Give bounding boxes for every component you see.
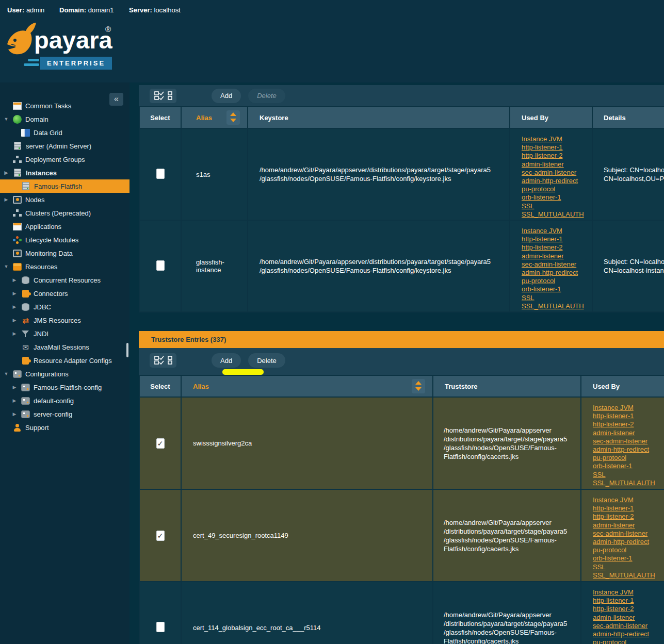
sidebar-item-jndi[interactable]: ▶JNDI <box>0 327 129 340</box>
used-by-link[interactable]: orb-listener-1 <box>593 554 664 563</box>
row-checkbox[interactable] <box>156 622 165 632</box>
sidebar-item-lifecycle-modules[interactable]: Lifecycle Modules <box>0 233 129 246</box>
sidebar-item-nodes[interactable]: ▶Nodes <box>0 193 129 206</box>
expander-right-icon[interactable]: ▶ <box>11 331 18 336</box>
used-by-link[interactable]: pu-protocol <box>522 277 592 285</box>
used-by-link[interactable]: Instance JVM <box>593 496 664 504</box>
sidebar-item-default-config[interactable]: ▶default-config <box>0 394 129 407</box>
sidebar-item-domain[interactable]: ▼Domain <box>0 112 129 126</box>
row-checkbox[interactable] <box>156 169 165 179</box>
used-by-link[interactable]: admin-http-redirect <box>522 177 592 185</box>
sidebar-item-resources[interactable]: ▼Resources <box>0 260 129 273</box>
used-by-link[interactable]: SSL <box>593 563 664 571</box>
used-by-link[interactable]: admin-listener <box>522 252 592 260</box>
used-by-link[interactable]: Instance JVM <box>522 135 592 143</box>
used-by-link[interactable]: orb-listener-1 <box>522 285 592 293</box>
sidebar-item-jms-resources[interactable]: ▶⇄JMS Resources <box>0 313 129 327</box>
used-by-link[interactable]: admin-listener <box>593 521 664 530</box>
expander-right-icon[interactable]: ▶ <box>11 304 18 309</box>
sidebar-item-famous-flatfish[interactable]: Famous-Flatfish <box>0 179 129 193</box>
used-by-link[interactable]: sec-admin-listener <box>522 260 592 269</box>
used-by-link[interactable]: Instance JVM <box>593 404 664 412</box>
sidebar-item-data-grid[interactable]: Data Grid <box>0 126 129 139</box>
sidebar-item-server[interactable]: server (Admin Server) <box>0 139 129 153</box>
used-by-link[interactable]: sec-admin-listener <box>522 169 592 177</box>
used-by-link[interactable]: http-listener-1 <box>522 235 592 243</box>
sidebar-scrollbar[interactable] <box>126 343 128 357</box>
used-by-link[interactable]: admin-listener <box>593 614 664 622</box>
used-by-link[interactable]: SSL <box>522 294 592 302</box>
used-by-link[interactable]: orb-listener-1 <box>522 193 592 202</box>
expander-right-icon[interactable]: ▶ <box>11 277 18 283</box>
used-by-link[interactable]: sec-admin-listener <box>593 530 664 538</box>
select-all-icon[interactable] <box>154 356 164 365</box>
used-by-link[interactable]: pu-protocol <box>593 546 664 554</box>
expander-right-icon[interactable]: ▶ <box>11 398 18 403</box>
expander-down-icon[interactable]: ▼ <box>3 117 9 122</box>
sidebar-item-applications[interactable]: Applications <box>0 220 129 233</box>
used-by-link[interactable]: http-listener-1 <box>593 597 664 605</box>
used-by-link[interactable]: SSL_MUTUALAUTH <box>593 571 664 580</box>
sidebar-item-javamail-sessions[interactable]: ✉JavaMail Sessions <box>0 340 129 354</box>
truststore-delete-button[interactable]: Delete <box>248 353 285 368</box>
expander-down-icon[interactable]: ▼ <box>3 371 9 376</box>
used-by-link[interactable]: http-listener-2 <box>522 243 592 252</box>
row-checkbox[interactable] <box>156 260 165 271</box>
sort-alias-button[interactable] <box>412 379 425 393</box>
used-by-link[interactable]: admin-listener <box>522 160 592 169</box>
used-by-link[interactable]: admin-listener <box>593 429 664 437</box>
used-by-link[interactable]: http-listener-1 <box>593 504 664 513</box>
used-by-link[interactable]: admin-http-redirect <box>593 445 664 454</box>
used-by-link[interactable]: sec-admin-listener <box>593 622 664 630</box>
used-by-link[interactable]: sec-admin-listener <box>593 437 664 445</box>
sidebar-item-configurations[interactable]: ▼Configurations <box>0 367 129 381</box>
sidebar-item-support[interactable]: Support <box>0 421 129 434</box>
used-by-link[interactable]: admin-http-redirect <box>593 538 664 546</box>
select-toggle-buttons[interactable] <box>150 89 176 103</box>
deselect-all-icon[interactable] <box>168 356 172 365</box>
sort-alias-button[interactable] <box>226 110 240 125</box>
expander-right-icon[interactable]: ▶ <box>11 385 18 390</box>
used-by-link[interactable]: http-listener-1 <box>593 412 664 420</box>
expander-right-icon[interactable]: ▶ <box>3 197 9 202</box>
sidebar-item-connectors[interactable]: ▶Connectors <box>0 287 129 300</box>
used-by-link[interactable]: orb-listener-1 <box>593 462 664 470</box>
used-by-link[interactable]: pu-protocol <box>593 454 664 462</box>
sidebar-item-resource-adapter-configs[interactable]: Resource Adapter Configs <box>0 354 129 367</box>
keystore-delete-button[interactable]: Delete <box>248 89 285 103</box>
sidebar-item-famous-flatfish-config[interactable]: ▶Famous-Flatfish-config <box>0 381 129 394</box>
row-checkbox-checked[interactable] <box>156 531 165 541</box>
row-checkbox-checked[interactable] <box>156 438 165 449</box>
deselect-all-icon[interactable] <box>168 91 172 101</box>
expander-right-icon[interactable]: ▶ <box>11 318 18 323</box>
sidebar-item-clusters[interactable]: Clusters (Deprecated) <box>0 206 129 220</box>
sidebar-item-concurrent-resources[interactable]: ▶Concurrent Resources <box>0 273 129 287</box>
used-by-link[interactable]: pu-protocol <box>593 638 664 644</box>
expander-right-icon[interactable]: ▶ <box>3 170 9 175</box>
sidebar-item-server-config[interactable]: ▶server-config <box>0 407 129 421</box>
used-by-link[interactable]: SSL_MUTUALAUTH <box>522 210 592 219</box>
used-by-link[interactable]: SSL <box>593 471 664 479</box>
used-by-link[interactable]: Instance JVM <box>522 227 592 235</box>
used-by-link[interactable]: http-listener-2 <box>593 513 664 521</box>
used-by-link[interactable]: pu-protocol <box>522 185 592 193</box>
sidebar-item-deployment-groups[interactable]: Deployment Groups <box>0 153 129 166</box>
used-by-link[interactable]: SSL_MUTUALAUTH <box>593 479 664 487</box>
used-by-link[interactable]: http-listener-2 <box>522 152 592 160</box>
sidebar-item-instances[interactable]: ▶Instances <box>0 166 129 179</box>
sidebar-item-monitoring-data[interactable]: Monitoring Data <box>0 246 129 260</box>
select-toggle-buttons[interactable] <box>150 353 176 368</box>
used-by-link[interactable]: SSL <box>522 202 592 210</box>
used-by-link[interactable]: http-listener-2 <box>593 605 664 613</box>
expander-right-icon[interactable]: ▶ <box>11 291 18 296</box>
select-all-icon[interactable] <box>154 91 164 101</box>
used-by-link[interactable]: admin-http-redirect <box>522 269 592 277</box>
expander-down-icon[interactable]: ▼ <box>3 264 9 269</box>
used-by-link[interactable]: Instance JVM <box>593 588 664 597</box>
used-by-link[interactable]: SSL_MUTUALAUTH <box>522 302 592 310</box>
used-by-link[interactable]: admin-http-redirect <box>593 630 664 638</box>
expander-right-icon[interactable]: ▶ <box>11 411 18 417</box>
used-by-link[interactable]: http-listener-2 <box>593 420 664 428</box>
keystore-add-button[interactable]: Add <box>212 89 241 103</box>
sidebar-collapse-button[interactable]: « <box>109 93 123 106</box>
